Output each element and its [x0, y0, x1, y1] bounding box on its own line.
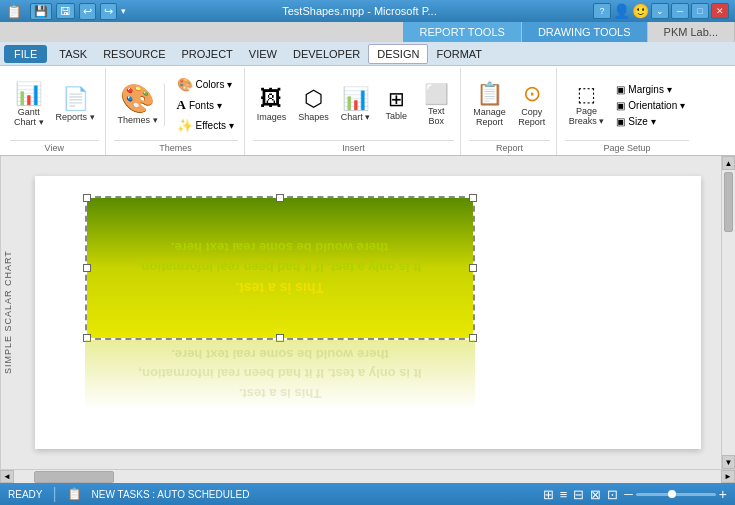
reports-btn[interactable]: 📄 Reports ▾ — [52, 86, 99, 124]
scroll-left-btn[interactable]: ◄ — [0, 470, 14, 483]
ribbon-toggle-icon[interactable]: ⌄ — [651, 3, 669, 19]
text-line2: It is only a test. If it had been real i… — [138, 260, 421, 275]
zoom-plus[interactable]: + — [719, 486, 727, 502]
help-icon[interactable]: ? — [593, 3, 611, 19]
reports-label: Reports ▾ — [56, 112, 95, 122]
themes-group-label: Themes — [114, 140, 238, 153]
status-ready: READY — [8, 489, 42, 500]
orientation-label: Orientation ▾ — [628, 100, 685, 111]
scroll-down-btn[interactable]: ▼ — [722, 455, 735, 469]
tab-report-tools[interactable]: REPORT TOOLS — [403, 22, 521, 42]
format-menu[interactable]: FORMAT — [428, 45, 490, 63]
undo-icon[interactable]: ↩ — [79, 3, 96, 20]
status-icon-gantt[interactable]: ⊟ — [573, 487, 584, 502]
project-menu[interactable]: PROJECT — [174, 45, 241, 63]
resource-menu[interactable]: RESOURCE — [95, 45, 173, 63]
zoom-minus[interactable]: ─ — [624, 487, 633, 501]
status-tasks: NEW TASKS : AUTO SCHEDULED — [92, 489, 250, 500]
status-bar: READY | 📋 NEW TASKS : AUTO SCHEDULED ⊞ ≡… — [0, 483, 735, 505]
task-menu[interactable]: TASK — [51, 45, 95, 63]
redo-icon[interactable]: ↪ — [100, 3, 117, 20]
close-btn[interactable]: ✕ — [711, 3, 729, 19]
status-icon-list[interactable]: ≡ — [560, 487, 568, 502]
ribbon-view-items: 📊 GanttChart ▾ 📄 Reports ▾ — [10, 70, 99, 140]
images-icon: 🖼 — [260, 88, 282, 110]
text-box-btn[interactable]: ⬜ TextBox — [418, 82, 454, 128]
shapes-btn[interactable]: ⬡ Shapes — [294, 86, 333, 124]
margins-btn[interactable]: ▣ Margins ▾ — [612, 82, 689, 97]
zoom-track[interactable] — [636, 493, 716, 496]
shapes-label: Shapes — [298, 112, 329, 122]
manage-report-btn[interactable]: 📋 ManageReport — [469, 81, 510, 129]
chart-icon: 📊 — [342, 88, 369, 110]
developer-menu[interactable]: DEVELOPER — [285, 45, 368, 63]
ribbon-group-themes: 🎨 Themes ▾ 🎨 Colors ▾ A Fonts ▾ ✨ Effect… — [108, 68, 245, 155]
handle-middle-right[interactable] — [469, 264, 477, 272]
smiley-icon[interactable]: 🙂 — [632, 3, 649, 19]
gantt-chart-btn[interactable]: 📊 GanttChart ▾ — [10, 81, 48, 129]
file-menu[interactable]: FILE — [4, 45, 47, 63]
status-bar-left: READY | 📋 NEW TASKS : AUTO SCHEDULED — [8, 485, 535, 503]
chart-label: Chart ▾ — [341, 112, 371, 122]
status-icon-network[interactable]: ⊠ — [590, 487, 601, 502]
report-group-label: Report — [469, 140, 550, 153]
window-title: TestShapes.mpp - Microsoft P... — [126, 5, 593, 17]
restore-btn[interactable]: □ — [691, 3, 709, 19]
reflection-line1: This is a test. — [239, 386, 321, 401]
scroll-right-btn[interactable]: ► — [721, 470, 735, 483]
context-tab-bar: REPORT TOOLS DRAWING TOOLS PKM Lab... — [0, 22, 735, 42]
h-scroll-thumb[interactable] — [34, 471, 114, 483]
size-btn[interactable]: ▣ Size ▾ — [612, 114, 689, 129]
canvas-area[interactable]: This is a test. It is only a test. If it… — [15, 156, 721, 469]
ribbon: 📊 GanttChart ▾ 📄 Reports ▾ View 🎨 Themes… — [0, 66, 735, 156]
table-btn[interactable]: ⊞ Table — [378, 87, 414, 123]
scroll-thumb-vertical[interactable] — [724, 172, 733, 232]
horizontal-scrollbar[interactable]: ◄ ► — [0, 469, 735, 483]
handle-middle-left[interactable] — [83, 264, 91, 272]
handle-top-middle[interactable] — [276, 194, 284, 202]
tab-drawing-tools[interactable]: DRAWING TOOLS — [522, 22, 648, 42]
effects-label: Effects ▾ — [196, 120, 234, 131]
minimize-btn[interactable]: ─ — [671, 3, 689, 19]
quick-save-icon[interactable]: 🖫 — [56, 3, 75, 19]
view-menu[interactable]: VIEW — [241, 45, 285, 63]
page-breaks-label: PageBreaks ▾ — [569, 106, 605, 126]
status-icon-grid[interactable]: ⊞ — [543, 487, 554, 502]
images-btn[interactable]: 🖼 Images — [253, 86, 291, 124]
reflection-line2: It is only a test. If it had been real i… — [138, 366, 421, 381]
text-box-selected[interactable]: This is a test. It is only a test. If it… — [85, 196, 475, 340]
handle-top-left[interactable] — [83, 194, 91, 202]
margins-label: Margins ▾ — [628, 84, 671, 95]
text-box-container[interactable]: This is a test. It is only a test. If it… — [85, 196, 475, 410]
zoom-slider[interactable]: ─ + — [624, 486, 727, 502]
vertical-scrollbar[interactable]: ▲ ▼ — [721, 156, 735, 469]
scroll-track-vertical[interactable] — [722, 170, 735, 455]
page-breaks-btn[interactable]: ⬚ PageBreaks ▾ — [565, 82, 609, 128]
h-scroll-track[interactable] — [14, 470, 721, 483]
drawing-tools-label: DRAWING TOOLS — [538, 26, 631, 38]
page-setup-sub-group: ▣ Margins ▾ ▣ Orientation ▾ ▣ Size ▾ — [612, 82, 689, 129]
chart-btn[interactable]: 📊 Chart ▾ — [337, 86, 375, 124]
copy-report-btn[interactable]: ⊙ CopyReport — [514, 81, 550, 129]
table-label: Table — [386, 111, 408, 121]
text-box-inner: This is a test. It is only a test. If it… — [87, 198, 473, 338]
design-menu[interactable]: DESIGN — [368, 44, 428, 64]
fonts-btn[interactable]: A Fonts ▾ — [173, 95, 238, 115]
user-icon[interactable]: 👤 — [613, 3, 630, 19]
effects-btn[interactable]: ✨ Effects ▾ — [173, 116, 238, 135]
size-label: Size ▾ — [628, 116, 655, 127]
themes-btn[interactable]: 🎨 Themes ▾ — [114, 83, 165, 127]
tab-pkm[interactable]: PKM Lab... — [648, 22, 735, 42]
scroll-up-btn[interactable]: ▲ — [722, 156, 735, 170]
handle-top-right[interactable] — [469, 194, 477, 202]
colors-btn[interactable]: 🎨 Colors ▾ — [173, 75, 238, 94]
save-icon[interactable]: 💾 — [30, 3, 52, 20]
ribbon-group-insert: 🖼 Images ⬡ Shapes 📊 Chart ▾ ⊞ Table ⬜ Te… — [247, 68, 462, 155]
themes-icon: 🎨 — [120, 85, 155, 113]
zoom-thumb[interactable] — [668, 490, 676, 498]
orientation-btn[interactable]: ▣ Orientation ▾ — [612, 98, 689, 113]
gantt-chart-label: GanttChart ▾ — [14, 107, 44, 127]
status-icon-calendar[interactable]: ⊡ — [607, 487, 618, 502]
shapes-icon: ⬡ — [304, 88, 323, 110]
text-box-label: TextBox — [428, 106, 445, 126]
